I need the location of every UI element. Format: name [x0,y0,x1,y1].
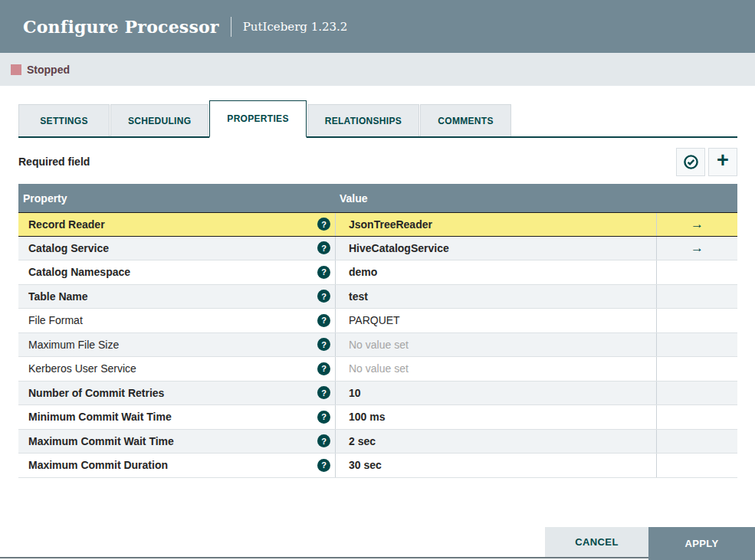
property-row: Maximum Commit Duration?30 sec [18,454,737,478]
help-icon[interactable]: ? [317,386,330,399]
property-value: HiveCatalogService [349,242,449,254]
help-icon[interactable]: ? [317,218,330,231]
row-actions-cell [656,454,737,477]
tab-settings[interactable]: SETTINGS [18,104,110,136]
property-value-cell[interactable]: No value set [335,333,656,357]
help-icon[interactable]: ? [317,362,330,375]
verify-properties-button[interactable] [676,148,705,176]
properties-table-body: Record Reader?JsonTreeReader→Catalog Ser… [18,212,737,478]
row-actions-cell [656,285,737,309]
property-name-cell: Maximum Commit Duration? [18,454,335,477]
property-value-cell[interactable]: 10 [335,382,656,405]
property-name-cell: Record Reader? [18,213,335,236]
property-value: test [349,290,368,303]
property-name-cell: Catalog Namespace? [18,260,335,284]
add-property-button[interactable]: + [708,148,737,176]
tab-comments[interactable]: COMMENTS [420,104,511,136]
cancel-button[interactable]: CANCEL [545,527,648,557]
property-name-cell: Kerberos User Service? [18,357,335,381]
property-value: No value set [349,339,409,351]
property-name: Record Reader [28,218,105,231]
property-row: Record Reader?JsonTreeReader→ [18,212,737,237]
processor-status-bar: Stopped [0,53,755,86]
property-name: Table Name [28,290,88,303]
property-value-cell[interactable]: PARQUET [335,309,656,332]
property-name-cell: Table Name? [18,285,335,309]
property-value: 30 sec [349,459,382,471]
property-value: 10 [349,387,361,399]
required-field-label: Required field [18,156,90,168]
property-row: File Format?PARQUET [18,309,737,333]
tab-properties[interactable]: PROPERTIES [209,100,306,138]
row-actions-cell [656,382,737,405]
property-name: Kerberos User Service [28,362,136,375]
status-label: Stopped [27,64,70,76]
property-name-cell: File Format? [18,309,335,332]
property-value: JsonTreeReader [349,218,432,231]
apply-button[interactable]: APPLY [648,527,755,560]
property-name-cell: Maximum File Size? [18,333,335,357]
help-icon[interactable]: ? [317,434,330,447]
stopped-status-icon [11,64,21,75]
property-value: PARQUET [349,314,400,326]
property-name-cell: Minimum Commit Wait Time? [18,405,335,429]
help-icon[interactable]: ? [317,241,330,254]
help-icon[interactable]: ? [317,411,330,424]
plus-icon: + [717,150,729,171]
column-header-value: Value [335,192,656,205]
check-circle-icon [683,154,699,170]
property-value: demo [349,266,377,278]
help-icon[interactable]: ? [317,314,330,327]
property-value-cell[interactable]: 100 ms [335,405,656,429]
property-value: 2 sec [349,435,376,447]
row-actions-cell: → [656,213,737,236]
property-row: Catalog Service?HiveCatalogService→ [18,237,737,261]
help-icon[interactable]: ? [317,338,330,351]
help-icon[interactable]: ? [317,290,330,303]
properties-table: Property Value Record Reader?JsonTreeRea… [18,184,737,478]
tab-bar: SETTINGSSCHEDULINGPROPERTIESRELATIONSHIP… [18,100,737,138]
property-value-cell[interactable]: 2 sec [335,430,656,454]
property-row: Minimum Commit Wait Time?100 ms [18,405,737,430]
property-value: 100 ms [349,411,385,423]
property-row: Number of Commit Retries?10 [18,382,737,406]
property-name-cell: Maximum Commit Wait Time? [18,430,335,454]
dialog-title: Configure Processor [23,17,219,37]
row-actions-cell [656,430,737,454]
row-actions-cell [656,357,737,381]
row-actions-cell: → [656,237,737,260]
property-name: Catalog Service [28,242,109,254]
row-actions-cell [656,333,737,357]
property-value-cell[interactable]: test [335,285,656,309]
help-icon[interactable]: ? [317,266,330,279]
help-icon[interactable]: ? [317,459,330,472]
property-value-cell[interactable]: HiveCatalogService [335,237,656,260]
column-header-property: Property [18,192,335,205]
property-row: Catalog Namespace?demo [18,260,737,285]
property-name: Maximum Commit Wait Time [28,435,174,447]
property-name-cell: Number of Commit Retries? [18,382,335,405]
goto-service-arrow-icon[interactable]: → [691,218,704,231]
row-actions-cell [656,405,737,429]
properties-table-header: Property Value [18,184,737,212]
goto-service-arrow-icon[interactable]: → [691,241,704,254]
property-name-cell: Catalog Service? [18,237,335,260]
tab-scheduling[interactable]: SCHEDULING [110,104,208,136]
property-value-cell[interactable]: No value set [335,357,656,381]
tab-relationships[interactable]: RELATIONSHIPS [307,104,419,136]
dialog-header: Configure Processor PutIceberg 1.23.2 [0,0,755,53]
dialog-content: SETTINGSSCHEDULINGPROPERTIESRELATIONSHIP… [0,100,755,478]
property-name: Number of Commit Retries [28,387,164,399]
property-row: Table Name?test [18,285,737,309]
row-actions-cell [656,309,737,332]
property-row: Kerberos User Service?No value set [18,357,737,382]
dialog-bottom-border [0,557,755,558]
property-value-cell[interactable]: JsonTreeReader [335,213,656,236]
property-name: Maximum Commit Duration [28,459,168,471]
property-value: No value set [349,362,409,375]
configure-processor-dialog: Configure Processor PutIceberg 1.23.2 St… [0,0,755,560]
property-name: Catalog Namespace [28,266,130,278]
property-value-cell[interactable]: demo [335,260,656,284]
property-value-cell[interactable]: 30 sec [335,454,656,477]
property-name: Minimum Commit Wait Time [28,411,172,423]
